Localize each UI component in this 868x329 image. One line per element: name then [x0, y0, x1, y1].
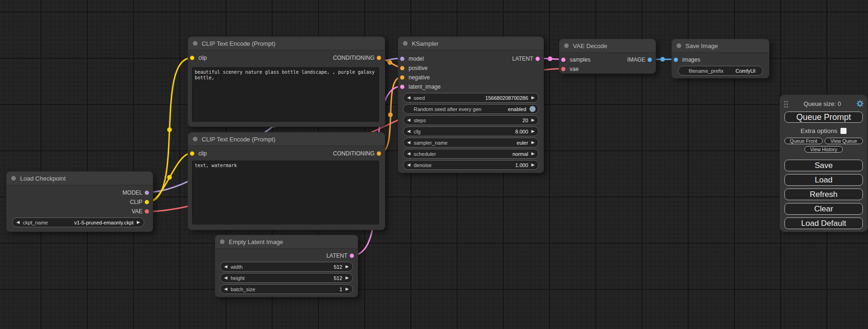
positive-input-port[interactable]	[400, 66, 404, 70]
sampler-name-widget[interactable]: ◀ sampler_name euler ▶	[403, 138, 539, 147]
increment-arrow-icon[interactable]: ▶	[531, 96, 535, 100]
steps-widget[interactable]: ◀ steps 20 ▶	[403, 115, 539, 125]
widget-name: batch_size	[231, 287, 255, 292]
clip-output-port[interactable]	[145, 200, 149, 204]
decrement-arrow-icon[interactable]: ◀	[16, 220, 20, 224]
clip-input-port[interactable]	[190, 152, 194, 156]
height-widget[interactable]: ◀ height 512 ▶	[220, 273, 353, 283]
increment-arrow-icon[interactable]: ▶	[531, 163, 535, 167]
input-label: samples	[570, 56, 591, 63]
slot-row: positive	[398, 63, 543, 73]
decrement-arrow-icon[interactable]: ◀	[224, 276, 227, 280]
model-output-port[interactable]	[145, 191, 149, 195]
increment-arrow-icon[interactable]: ▶	[531, 140, 535, 145]
node-clip-text-encode-positive[interactable]: CLIP Text Encode (Prompt) clip CONDITION…	[188, 36, 385, 127]
decrement-arrow-icon[interactable]: ◀	[407, 96, 410, 100]
slot-row: clip CONDITIONING	[188, 53, 385, 63]
collapse-dot-icon[interactable]	[403, 41, 408, 46]
cfg-widget[interactable]: ◀ cfg 8.000 ▶	[403, 126, 539, 136]
decrement-arrow-icon[interactable]: ◀	[407, 118, 410, 122]
width-widget[interactable]: ◀ width 512 ▶	[220, 262, 353, 272]
increment-arrow-icon[interactable]: ▶	[346, 287, 349, 291]
queue-prompt-button[interactable]: Queue Prompt	[784, 112, 863, 123]
collapse-dot-icon[interactable]	[677, 43, 681, 48]
collapse-dot-icon[interactable]	[193, 137, 198, 141]
queue-front-button[interactable]: Queue Front	[784, 138, 823, 144]
image-output-port[interactable]	[648, 58, 652, 62]
images-input-port[interactable]	[674, 58, 678, 62]
node-header[interactable]: Load Checkpoint	[7, 172, 153, 185]
node-save-image[interactable]: Save Image images filename_prefix ComfyU…	[671, 39, 769, 78]
latent-output-port[interactable]	[350, 254, 354, 258]
filename-prefix-widget[interactable]: filename_prefix ComfyUI	[678, 66, 763, 76]
drag-handle-icon[interactable]	[783, 100, 788, 108]
batch-size-widget[interactable]: ◀ batch_size 1 ▶	[220, 284, 353, 294]
node-header[interactable]: Save Image	[672, 39, 769, 53]
link-midpoint-dot	[167, 127, 172, 132]
node-header[interactable]: VAE Decode	[559, 39, 656, 53]
scheduler-widget[interactable]: ◀ scheduler normal ▶	[403, 149, 539, 159]
latent-output-port[interactable]	[536, 57, 540, 61]
node-empty-latent-image[interactable]: Empty Latent Image LATENT ◀ width 512 ▶ …	[215, 235, 358, 297]
denoise-widget[interactable]: ◀ denoise 1.000 ▶	[403, 160, 539, 170]
collapse-dot-icon[interactable]	[564, 43, 569, 48]
random-seed-widget[interactable]: Random seed after every gen enabled	[403, 104, 539, 114]
clear-button[interactable]: Clear	[784, 203, 863, 215]
node-header[interactable]: Empty Latent Image	[215, 235, 358, 249]
increment-arrow-icon[interactable]: ▶	[137, 220, 140, 224]
view-queue-button[interactable]: View Queue	[825, 138, 863, 144]
decrement-arrow-icon[interactable]: ◀	[224, 265, 227, 269]
node-clip-text-encode-negative[interactable]: CLIP Text Encode (Prompt) clip CONDITION…	[188, 132, 385, 230]
link-midpoint-dot	[660, 57, 665, 62]
decrement-arrow-icon[interactable]: ◀	[407, 129, 410, 133]
node-title: KSampler	[412, 40, 438, 47]
node-load-checkpoint[interactable]: Load Checkpoint MODEL CLIP VAE ◀ ckpt_na…	[6, 171, 153, 232]
increment-arrow-icon[interactable]: ▶	[346, 265, 349, 269]
model-input-port[interactable]	[400, 57, 404, 61]
decrement-arrow-icon[interactable]: ◀	[224, 287, 227, 291]
collapse-dot-icon[interactable]	[11, 176, 16, 181]
view-history-button[interactable]: View History	[804, 146, 843, 153]
link-midpoint-dot	[388, 60, 392, 65]
refresh-button[interactable]: Refresh	[784, 189, 863, 200]
decrement-arrow-icon[interactable]: ◀	[407, 163, 410, 167]
latent-image-input-port[interactable]	[400, 85, 404, 89]
vae-output-port[interactable]	[145, 210, 149, 214]
extra-options-checkbox[interactable]	[840, 128, 847, 134]
save-button[interactable]: Save	[784, 160, 863, 171]
increment-arrow-icon[interactable]: ▶	[531, 152, 535, 156]
widget-name: Random seed after every gen	[414, 106, 481, 112]
settings-gear-icon[interactable]	[856, 100, 864, 107]
increment-arrow-icon[interactable]: ▶	[346, 276, 349, 280]
collapse-dot-icon[interactable]	[193, 41, 198, 46]
node-vae-decode[interactable]: VAE Decode samples IMAGE vae	[559, 39, 656, 74]
node-ksampler[interactable]: KSampler model LATENT positive negative …	[398, 36, 544, 173]
samples-input-port[interactable]	[561, 58, 565, 62]
input-label: positive	[409, 65, 428, 71]
widget-name: ckpt_name	[23, 220, 48, 225]
node-header[interactable]: CLIP Text Encode (Prompt)	[188, 133, 385, 146]
ckpt-name-widget[interactable]: ◀ ckpt_name v1-5-pruned-emaonly.ckpt ▶	[12, 217, 144, 227]
increment-arrow-icon[interactable]: ▶	[531, 129, 535, 133]
conditioning-output-port[interactable]	[377, 56, 381, 60]
clip-input-port[interactable]	[190, 56, 194, 60]
node-header[interactable]: KSampler	[398, 37, 543, 50]
vae-input-port[interactable]	[561, 67, 565, 71]
prompt-textarea[interactable]: beautiful scenery nature glass bottle la…	[192, 67, 379, 122]
prompt-textarea[interactable]: text, watermark	[192, 161, 379, 224]
decrement-arrow-icon[interactable]: ◀	[407, 140, 410, 145]
increment-arrow-icon[interactable]: ▶	[531, 118, 535, 122]
random-seed-toggle[interactable]	[529, 106, 536, 112]
input-label: model	[409, 56, 424, 62]
load-default-button[interactable]: Load Default	[784, 217, 863, 229]
collapse-dot-icon[interactable]	[220, 239, 225, 244]
node-header[interactable]: CLIP Text Encode (Prompt)	[188, 37, 385, 50]
widget-value: enabled	[508, 106, 526, 112]
node-canvas[interactable]: Load Checkpoint MODEL CLIP VAE ◀ ckpt_na…	[0, 0, 868, 329]
input-label: clip	[198, 55, 207, 61]
load-button[interactable]: Load	[784, 174, 863, 186]
negative-input-port[interactable]	[400, 76, 404, 80]
conditioning-output-port[interactable]	[377, 152, 381, 156]
decrement-arrow-icon[interactable]: ◀	[407, 152, 410, 156]
seed-widget[interactable]: ◀ seed 156680208700286 ▶	[403, 93, 539, 103]
